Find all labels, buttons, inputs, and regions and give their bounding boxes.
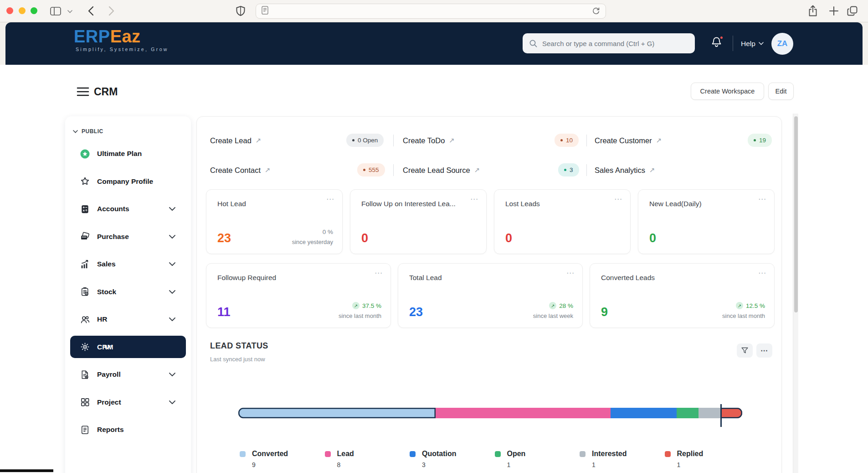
sidebar-section-public[interactable]: PUBLIC bbox=[65, 123, 191, 140]
sales-analytics-link[interactable]: Sales Analytics↗ bbox=[595, 163, 655, 177]
cards-icon bbox=[80, 231, 90, 242]
payroll-document-icon bbox=[80, 369, 90, 380]
zoom-window-button[interactable] bbox=[31, 7, 37, 14]
browser-sidebar-toggle-icon[interactable] bbox=[50, 7, 61, 16]
bar-segment-interested[interactable] bbox=[699, 408, 720, 418]
help-menu[interactable]: Help bbox=[741, 22, 764, 65]
chevron-down-icon bbox=[169, 317, 175, 321]
refresh-icon[interactable] bbox=[592, 6, 600, 16]
lead-source-count-badge[interactable]: 3 bbox=[558, 163, 579, 177]
stat-card-hot-lead: Hot Lead ⋯ 23 0 % since yesterday bbox=[206, 189, 343, 254]
new-tab-plus-icon[interactable] bbox=[828, 5, 839, 16]
close-window-button[interactable] bbox=[6, 7, 13, 14]
scrollbar-thumb[interactable] bbox=[794, 116, 798, 312]
notifications-bell-button[interactable] bbox=[710, 36, 724, 50]
sidebar-item-reports[interactable]: Reports bbox=[65, 416, 191, 444]
screen: ERPEaz Simplify, Systemize, Grow Help ZA… bbox=[0, 0, 868, 473]
crm-hub-icon bbox=[80, 342, 90, 352]
create-contact-link[interactable]: Create Contact↗ bbox=[210, 163, 271, 177]
divider bbox=[393, 164, 394, 176]
sidebar-item-project[interactable]: Project bbox=[65, 389, 191, 416]
sidebar-item-ultimate-plan[interactable]: Ultimate Plan bbox=[65, 140, 191, 168]
filter-button[interactable] bbox=[737, 343, 753, 358]
sales-chart-icon bbox=[80, 259, 90, 270]
chevron-down-icon bbox=[169, 207, 175, 211]
dot-icon bbox=[564, 169, 566, 171]
bar-segment-lead[interactable] bbox=[436, 408, 611, 418]
star-circle-icon bbox=[80, 149, 90, 159]
lead-status-bar bbox=[238, 408, 742, 418]
scrollbar-track[interactable] bbox=[793, 114, 798, 473]
sidebar-item-stock[interactable]: Stock bbox=[65, 278, 191, 306]
open-leads-badge[interactable]: 0 Open bbox=[346, 134, 384, 147]
tab-overview-icon[interactable] bbox=[847, 5, 858, 17]
stat-card-total-lead: Total Lead ⋯ 23 ↗28 % since last week bbox=[398, 263, 583, 328]
legend-item-quotation: Quotation3 bbox=[410, 450, 495, 468]
dot-icon bbox=[363, 169, 365, 171]
divider bbox=[586, 135, 587, 146]
stat-card-lost-leads: Lost Leads ⋯ 0 bbox=[494, 189, 631, 254]
search-input[interactable] bbox=[538, 33, 695, 53]
card-menu-button[interactable]: ⋯ bbox=[375, 268, 383, 278]
dot-icon bbox=[560, 139, 563, 141]
card-menu-button[interactable]: ⋯ bbox=[566, 268, 575, 278]
legend-item-converted: Converted9 bbox=[240, 450, 325, 468]
bar-segment-open[interactable] bbox=[677, 408, 699, 418]
chevron-down-icon bbox=[169, 262, 175, 266]
lead-status-title: LEAD STATUS bbox=[210, 341, 268, 351]
card-menu-button[interactable]: ⋯ bbox=[470, 194, 479, 204]
avatar[interactable]: ZA bbox=[771, 33, 793, 55]
app-logo[interactable]: ERPEaz Simplify, Systemize, Grow bbox=[74, 27, 169, 52]
card-menu-button[interactable]: ⋯ bbox=[758, 268, 767, 278]
chevron-down-icon[interactable] bbox=[67, 10, 72, 13]
sidebar-item-accounts[interactable]: Accounts bbox=[65, 195, 191, 223]
minimize-window-button[interactable] bbox=[19, 7, 26, 14]
bar-segment-quotation[interactable] bbox=[611, 408, 676, 418]
share-icon[interactable] bbox=[807, 5, 818, 17]
sidebar-item-payroll[interactable]: Payroll bbox=[65, 361, 191, 389]
shortcut-row-1: Create Lead↗ 0 Open Create ToDo↗ 10 Crea… bbox=[197, 133, 781, 148]
shield-privacy-icon[interactable] bbox=[236, 5, 246, 17]
star-outline-icon bbox=[80, 176, 90, 187]
external-arrow-icon: ↗ bbox=[256, 136, 262, 145]
chevron-down-icon bbox=[73, 130, 78, 133]
address-bar[interactable] bbox=[256, 4, 606, 19]
sidebar-item-sales[interactable]: Sales bbox=[65, 250, 191, 278]
search-icon bbox=[529, 39, 538, 48]
background-window-edge bbox=[0, 469, 53, 472]
create-lead-link[interactable]: Create Lead↗ bbox=[210, 133, 261, 148]
card-menu-button[interactable]: ⋯ bbox=[326, 194, 335, 204]
global-search[interactable] bbox=[523, 33, 695, 53]
bar-segment-converted[interactable] bbox=[238, 408, 436, 418]
sidebar-item-company-profile[interactable]: Company Profile bbox=[65, 168, 191, 196]
sidebar-item-crm[interactable]: CRM bbox=[65, 333, 191, 361]
create-workspace-button[interactable]: Create Workspace bbox=[691, 83, 764, 100]
bar-segment-replied[interactable] bbox=[720, 408, 742, 418]
create-todo-link[interactable]: Create ToDo↗ bbox=[403, 133, 455, 148]
divider bbox=[393, 135, 394, 146]
legend-swatch-icon bbox=[580, 451, 586, 457]
legend-item-lead: Lead8 bbox=[325, 450, 410, 468]
contact-count-badge[interactable]: 555 bbox=[357, 163, 385, 177]
help-label: Help bbox=[741, 40, 755, 48]
dot-icon bbox=[754, 139, 756, 141]
browser-forward-button[interactable] bbox=[108, 6, 115, 16]
card-menu-button[interactable]: ⋯ bbox=[614, 194, 623, 204]
app-navbar: ERPEaz Simplify, Systemize, Grow Help ZA bbox=[5, 22, 863, 65]
todo-count-badge[interactable]: 10 bbox=[555, 134, 579, 147]
external-arrow-icon: ↗ bbox=[474, 166, 480, 174]
create-customer-link[interactable]: Create Customer↗ bbox=[595, 133, 662, 148]
sidebar-item-purchase[interactable]: Purchase bbox=[65, 223, 191, 251]
reader-page-icon[interactable] bbox=[262, 6, 268, 16]
chart-menu-button[interactable]: ⋯ bbox=[756, 343, 772, 358]
sidebar-item-hr[interactable]: HR bbox=[65, 306, 191, 333]
browser-back-button[interactable] bbox=[87, 6, 94, 16]
edit-button[interactable]: Edit bbox=[768, 83, 794, 100]
stat-card-follow-up: Follow Up on Interested Lea... ⋯ 0 bbox=[350, 189, 487, 254]
card-menu-button[interactable]: ⋯ bbox=[758, 194, 767, 204]
sidebar-hamburger-button[interactable] bbox=[77, 87, 89, 97]
customer-count-badge[interactable]: 19 bbox=[748, 134, 772, 147]
ellipsis-icon: ⋯ bbox=[760, 346, 768, 355]
create-lead-source-link[interactable]: Create Lead Source↗ bbox=[403, 163, 480, 177]
chevron-down-icon bbox=[169, 373, 175, 376]
